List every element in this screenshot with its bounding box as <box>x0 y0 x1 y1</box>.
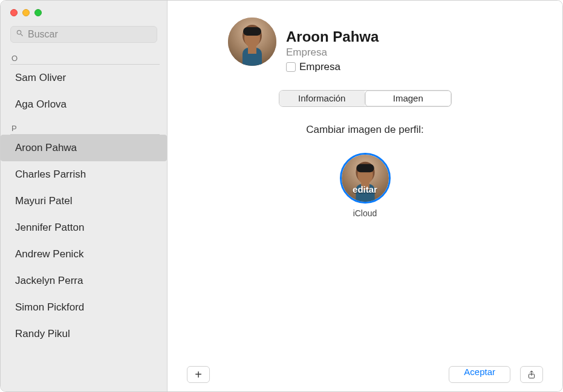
footer-bar: + Aceptar <box>168 358 562 391</box>
contact-row[interactable]: Randy Pikul <box>10 321 160 347</box>
contact-row[interactable]: Simon Pickford <box>10 294 160 321</box>
contact-row[interactable]: Sam Oliver <box>10 65 160 91</box>
add-button[interactable]: + <box>187 366 210 383</box>
tab-informacion[interactable]: Información <box>279 91 365 106</box>
share-icon <box>527 369 536 380</box>
contact-row[interactable]: Andrew Penick <box>10 241 160 268</box>
search-field[interactable] <box>10 26 157 43</box>
accept-button[interactable]: Aceptar <box>449 366 510 383</box>
contact-name[interactable]: Aroon Pahwa <box>286 28 379 45</box>
company-field[interactable]: Empresa <box>286 47 379 59</box>
contact-header: Aroon Pahwa Empresa Empresa <box>168 1 562 73</box>
section-header-p: P <box>10 120 160 135</box>
company-checkbox-label: Empresa <box>299 61 340 73</box>
zoom-window-button[interactable] <box>34 9 42 16</box>
avatar-image <box>228 18 276 66</box>
search-input[interactable] <box>28 29 152 40</box>
contact-row[interactable]: Jackelyn Perra <box>10 268 160 294</box>
thumb-source-label: iCloud <box>340 208 391 218</box>
contact-row[interactable]: Aroon Pahwa <box>1 135 167 161</box>
contact-row[interactable]: Charles Parrish <box>10 161 160 188</box>
image-thumb-area: editar iCloud <box>340 153 391 218</box>
section-header-o: O <box>10 50 160 65</box>
header-text: Aroon Pahwa Empresa Empresa <box>286 18 379 73</box>
detail-pane: Aroon Pahwa Empresa Empresa Información … <box>168 1 562 391</box>
search-icon <box>16 29 24 40</box>
svg-rect-3 <box>243 27 261 36</box>
change-image-title: Cambiar imagen de perfil: <box>168 124 562 136</box>
svg-rect-9 <box>356 164 374 173</box>
close-window-button[interactable] <box>10 9 18 16</box>
thumb-edit-label: editar <box>342 184 389 194</box>
profile-image-thumb[interactable]: editar <box>340 153 391 204</box>
svg-rect-5 <box>248 47 256 54</box>
company-checkbox[interactable] <box>286 62 296 72</box>
tab-imagen[interactable]: Imagen <box>365 91 451 106</box>
footer-right: Aceptar <box>449 366 543 383</box>
contact-row[interactable]: Jennifer Patton <box>10 214 160 241</box>
company-checkbox-row: Empresa <box>286 61 379 73</box>
window-controls <box>1 1 167 22</box>
tab-switcher: Información Imagen <box>279 90 452 107</box>
share-button[interactable] <box>520 366 543 383</box>
sidebar: OSam OliverAga OrlovaPAroon PahwaCharles… <box>1 1 168 391</box>
contact-row[interactable]: Mayuri Patel <box>10 188 160 214</box>
avatar[interactable] <box>228 18 276 66</box>
contacts-window: OSam OliverAga OrlovaPAroon PahwaCharles… <box>0 0 563 392</box>
minimize-window-button[interactable] <box>22 9 30 16</box>
contact-list[interactable]: OSam OliverAga OrlovaPAroon PahwaCharles… <box>1 48 167 391</box>
contact-row[interactable]: Aga Orlova <box>10 91 160 118</box>
plus-icon: + <box>195 368 202 382</box>
search-wrap <box>1 22 167 48</box>
